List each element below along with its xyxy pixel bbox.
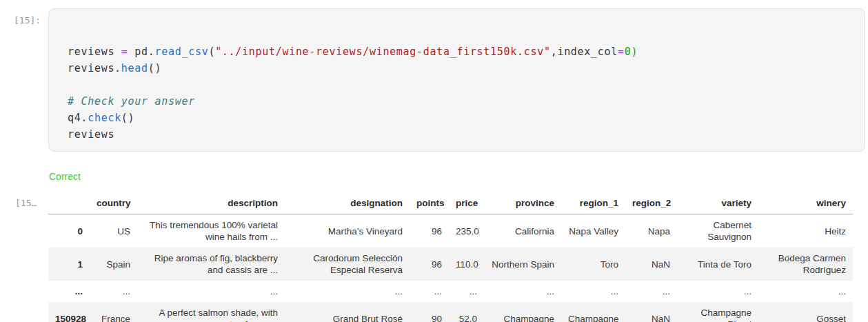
cell-description: A perfect salmon shade, with scents of p… [137,302,285,322]
column-header-index [48,192,90,214]
code-line: reviews.head() [68,60,851,77]
dataframe-output: countrydescriptiondesignationpointsprice… [48,192,853,322]
code-token-id: reviews. [68,62,121,74]
column-header-country: country [90,192,137,214]
cell-price: 235.0 [449,214,484,248]
code-line: reviews = pd.read_csv("../input/wine-rev… [68,43,851,60]
code-token-id: pd. [128,46,155,58]
code-token-id: ,index_col [551,46,618,58]
code-token-op: = [618,46,625,58]
code-line [68,77,851,93]
cell-region_1: ... [561,281,625,302]
cell-variety: Tinta de Toro [677,248,758,281]
cell-region_2: ... [625,281,677,302]
table-row: 0USThis tremendous 100% varietal wine ha… [48,214,853,248]
cell-price: 52.0 [449,302,484,322]
cell-description: Ripe aromas of fig, blackberry and cassi… [137,248,285,281]
column-header-winery: winery [758,192,853,214]
row-index: ... [48,281,90,302]
cell-points: 96 [410,214,449,248]
cell-designation: Martha's Vineyard [285,214,410,248]
cell-region_1: Toro [561,248,625,281]
cell-points: 90 [410,302,449,322]
cell-country: ... [90,281,137,302]
code-token-fn: check [88,112,121,124]
cell-winery: Gosset [758,302,853,322]
cell-region_1: Napa Valley [561,214,625,248]
cell-province: Northern Spain [484,248,561,281]
check-status-message: Correct [49,171,81,182]
column-header-variety: variety [677,192,758,214]
code-token-id: reviews [68,46,121,58]
code-token-fn: head [121,62,148,74]
cell-winery: Heitz [758,214,853,248]
cell-winery: ... [758,281,853,302]
cell-variety: Champagne Blend [677,302,758,322]
cell-province: California [484,214,561,248]
column-header-region_2: region_2 [625,192,677,214]
cell-description: ... [137,281,285,302]
column-header-description: description [137,192,285,214]
cell-variety: ... [677,281,758,302]
column-header-province: province [484,192,561,214]
cell-country: France [90,302,137,322]
code-token-id: reviews [68,128,114,141]
code-token-com: # Check your answer [68,95,195,108]
code-token-op: = [121,46,128,58]
code-line: reviews [68,126,851,143]
row-index: 150928 [48,302,90,322]
column-header-region_1: region_1 [561,192,625,214]
cell-region_2: Napa [625,214,677,248]
code-token-id: ( [208,46,215,58]
cell-winery: Bodega Carmen Rodríguez [758,248,853,281]
dataframe-table: countrydescriptiondesignationpointsprice… [48,192,853,322]
cell-province: Champagne [484,302,561,322]
cell-price: 110.0 [449,248,484,281]
input-prompt: [15]: [14,15,41,26]
code-line: q4.check() [68,110,851,126]
column-header-designation: designation [285,192,410,214]
cell-designation: Carodorum Selección Especial Reserva [285,248,410,281]
output-prompt: [15… [15,198,37,208]
row-index: 1 [48,248,90,281]
row-index: 0 [48,214,90,248]
code-token-num: ) [631,46,638,58]
cell-region_2: NaN [625,302,677,322]
dataframe-header: countrydescriptiondesignationpointsprice… [48,192,853,214]
code-token-id: q4. [68,112,88,124]
cell-points: ... [410,281,449,302]
code-token-str: "../input/wine-reviews/winemag-data_firs… [215,46,551,58]
column-header-points: points [410,192,449,214]
cell-designation: ... [285,281,410,302]
cell-province: ... [484,281,561,302]
table-row: 1SpainRipe aromas of fig, blackberry and… [48,248,853,281]
cell-country: Spain [90,248,137,281]
code-token-num: 0 [625,46,632,58]
code-area: reviews = pd.read_csv("../input/wine-rev… [68,43,851,143]
cell-region_2: NaN [625,248,677,281]
code-token-fn: read_csv [155,46,209,58]
cell-points: 96 [410,248,449,281]
code-cell-editor[interactable]: reviews = pd.read_csv("../input/wine-rev… [48,8,865,152]
table-row: ................................. [48,281,853,302]
code-token-id: () [148,62,161,74]
column-header-price: price [449,192,484,214]
cell-variety: Cabernet Sauvignon [677,214,758,248]
cell-description: This tremendous 100% varietal wine hails… [137,214,285,248]
code-line: # Check your answer [68,93,851,110]
cell-designation: Grand Brut Rosé [285,302,410,322]
cell-region_1: Champagne [561,302,625,322]
table-row: 150928FranceA perfect salmon shade, with… [48,302,853,322]
cell-price: ... [449,281,484,302]
code-token-id: () [121,112,134,124]
cell-country: US [90,214,137,248]
